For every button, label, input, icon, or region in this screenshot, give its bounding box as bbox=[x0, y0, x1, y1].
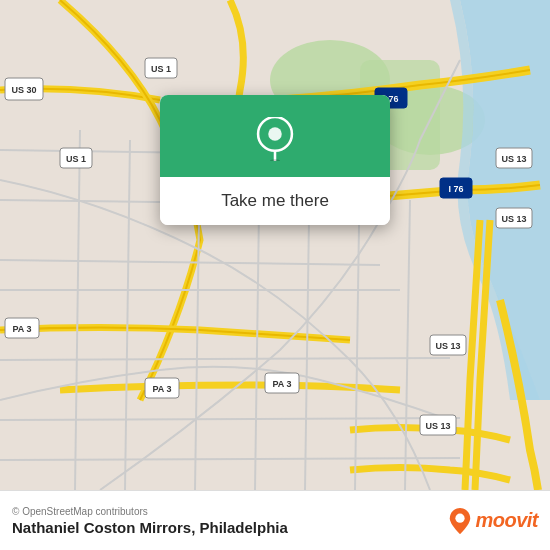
take-me-there-button[interactable]: Take me there bbox=[160, 177, 390, 225]
svg-text:US 1: US 1 bbox=[151, 64, 171, 74]
svg-point-46 bbox=[270, 159, 280, 161]
moovit-pin-icon bbox=[449, 508, 471, 534]
map-background: US 30 US 1 US 1 US I 76 I 76 US 13 US 13… bbox=[0, 0, 550, 490]
moovit-logo: moovit bbox=[449, 508, 538, 534]
svg-text:I 76: I 76 bbox=[448, 184, 463, 194]
svg-text:PA 3: PA 3 bbox=[12, 324, 31, 334]
svg-text:US 13: US 13 bbox=[501, 214, 526, 224]
svg-text:US 13: US 13 bbox=[425, 421, 450, 431]
popup-green-area bbox=[160, 95, 390, 177]
map-container: US 30 US 1 US 1 US I 76 I 76 US 13 US 13… bbox=[0, 0, 550, 490]
svg-point-47 bbox=[456, 513, 465, 522]
bottom-bar: © OpenStreetMap contributors Nathaniel C… bbox=[0, 490, 550, 550]
svg-text:PA 3: PA 3 bbox=[152, 384, 171, 394]
location-pin-icon bbox=[253, 117, 297, 161]
svg-text:US 30: US 30 bbox=[11, 85, 36, 95]
svg-text:US 13: US 13 bbox=[501, 154, 526, 164]
svg-point-45 bbox=[268, 127, 282, 141]
moovit-brand-text: moovit bbox=[475, 509, 538, 532]
popup: Take me there bbox=[160, 95, 390, 225]
svg-text:PA 3: PA 3 bbox=[272, 379, 291, 389]
svg-text:US 1: US 1 bbox=[66, 154, 86, 164]
svg-text:US 13: US 13 bbox=[435, 341, 460, 351]
